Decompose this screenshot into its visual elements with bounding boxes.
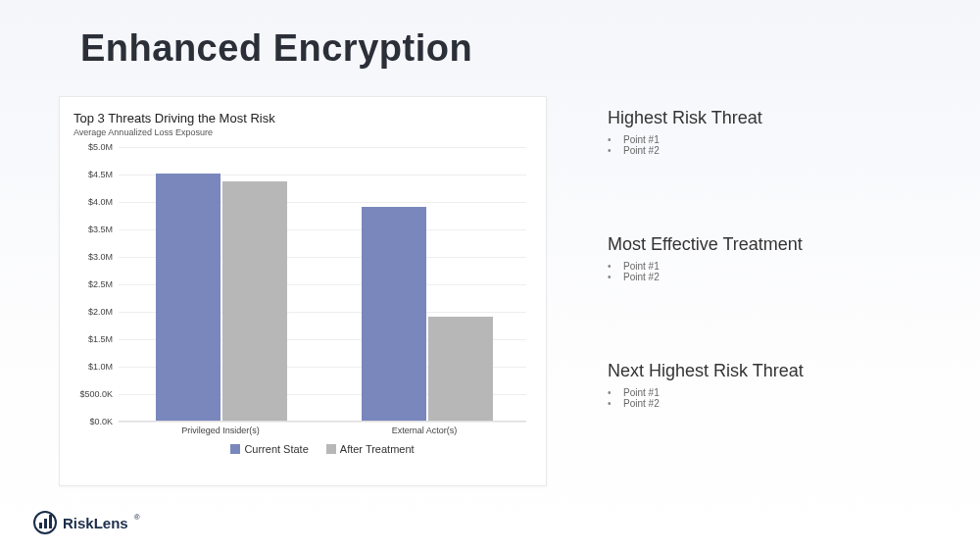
rhs-block: Most Effective TreatmentPoint #1Point #2	[608, 234, 941, 282]
rhs-heading: Most Effective Treatment	[608, 234, 941, 255]
chart-y-tick: $2.0M	[88, 307, 113, 317]
chart-gridline	[119, 147, 526, 148]
chart-card: Top 3 Threats Driving the Most Risk Aver…	[59, 96, 547, 486]
chart-y-tick: $2.5M	[88, 279, 113, 289]
chart-y-tick: $500.0K	[79, 389, 113, 399]
chart-bar	[362, 207, 426, 421]
chart-x-tick: External Actor(s)	[322, 426, 526, 435]
brand-tm: ®	[134, 513, 140, 522]
rhs-list: Point #1Point #2	[608, 261, 941, 282]
chart-y-tick: $1.5M	[88, 334, 113, 344]
chart-x-labels: Privileged Insider(s)External Actor(s)	[119, 426, 526, 435]
chart-y-tick: $4.0M	[88, 197, 113, 207]
chart-plot: $0.0K$500.0K$1.0M$1.5M$2.0M$2.5M$3.0M$3.…	[119, 147, 526, 479]
chart-plot-area: $0.0K$500.0K$1.0M$1.5M$2.0M$2.5M$3.0M$3.…	[119, 147, 526, 422]
rhs-block: Next Highest Risk ThreatPoint #1Point #2	[608, 361, 941, 409]
chart-bar	[428, 317, 493, 421]
chart-legend: Current State After Treatment	[119, 443, 526, 455]
chart-bar	[156, 174, 220, 421]
chart-y-tick: $3.5M	[88, 225, 113, 234]
legend-label-after: After Treatment	[340, 443, 415, 455]
rhs-list-item: Point #1	[608, 134, 941, 145]
rhs-list-item: Point #2	[608, 272, 941, 282]
legend-swatch-after	[326, 444, 336, 454]
rhs-heading: Highest Risk Threat	[608, 108, 941, 128]
chart-gridline	[119, 422, 526, 423]
rhs-panel: Highest Risk ThreatPoint #1Point #2Most …	[608, 108, 941, 409]
chart-title: Top 3 Threats Driving the Most Risk	[74, 111, 532, 125]
chart-y-tick: $4.5M	[88, 170, 113, 179]
chart-y-tick: $5.0M	[88, 142, 113, 152]
rhs-block: Highest Risk ThreatPoint #1Point #2	[608, 108, 941, 156]
chart-y-tick: $1.0M	[88, 362, 113, 372]
rhs-heading: Next Highest Risk Threat	[608, 361, 941, 381]
rhs-list: Point #1Point #2	[608, 387, 941, 409]
legend-label-current: Current State	[244, 443, 308, 455]
chart-y-tick: $0.0K	[89, 417, 113, 427]
rhs-list-item: Point #2	[608, 145, 941, 156]
chart-subtitle: Average Annualized Loss Exposure	[74, 127, 532, 137]
page-title: Enhanced Encryption	[80, 27, 472, 70]
brand-logo: RiskLens ®	[33, 511, 140, 534]
legend-item-current: Current State	[230, 443, 308, 455]
rhs-list-item: Point #1	[608, 387, 941, 398]
legend-item-after: After Treatment	[326, 443, 415, 455]
rhs-list-item: Point #2	[608, 398, 941, 409]
rhs-list: Point #1Point #2	[608, 134, 941, 156]
chart-y-tick: $3.0M	[88, 252, 113, 262]
legend-swatch-current	[230, 444, 240, 454]
chart-x-tick: Privileged Insider(s)	[119, 426, 322, 435]
rhs-list-item: Point #1	[608, 261, 941, 272]
chart-bar	[222, 181, 287, 421]
brand-logo-icon	[33, 511, 57, 534]
brand-name: RiskLens	[63, 515, 128, 531]
